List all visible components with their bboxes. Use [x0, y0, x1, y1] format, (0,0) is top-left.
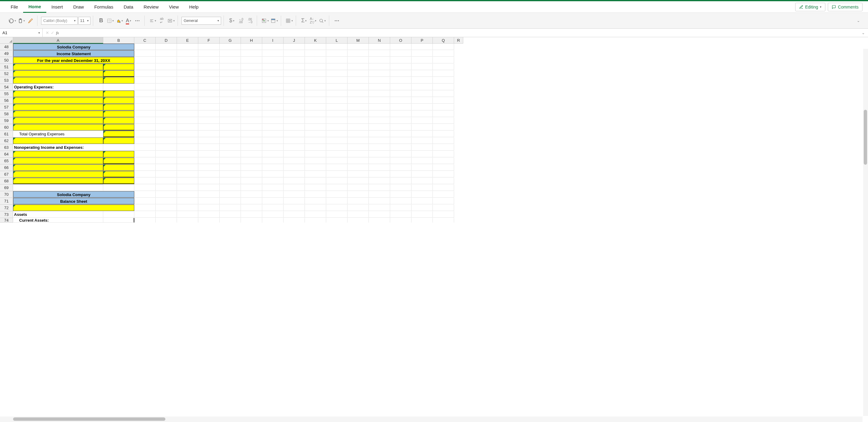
cell[interactable] [390, 131, 411, 137]
cell[interactable] [326, 198, 347, 204]
cell-A66[interactable] [13, 164, 103, 171]
cell[interactable] [411, 50, 433, 57]
cell[interactable] [220, 191, 241, 198]
tab-help[interactable]: Help [184, 1, 204, 12]
cell[interactable] [134, 50, 156, 57]
cell[interactable] [411, 57, 433, 63]
find-button[interactable]: ▾ [318, 17, 327, 25]
cell[interactable] [411, 164, 433, 171]
currency-button[interactable]: $▾ [227, 17, 236, 25]
cell-B74[interactable] [103, 218, 134, 223]
cell[interactable] [262, 191, 283, 198]
cell[interactable] [369, 77, 390, 84]
cell[interactable] [347, 151, 369, 157]
cell[interactable] [390, 64, 411, 70]
cell[interactable] [326, 90, 347, 97]
cell[interactable] [390, 84, 411, 90]
cell[interactable] [220, 185, 241, 191]
cell[interactable] [283, 131, 305, 137]
cell[interactable] [198, 218, 220, 223]
cell[interactable] [177, 171, 198, 177]
cell-A74[interactable]: Current Assets: [13, 218, 103, 223]
cell[interactable] [241, 218, 262, 223]
cell[interactable] [241, 158, 262, 164]
cell[interactable] [134, 185, 156, 191]
cell[interactable] [326, 77, 347, 84]
scrollbar-thumb[interactable] [864, 110, 867, 165]
cell[interactable] [220, 64, 241, 70]
cell[interactable] [134, 117, 156, 124]
cell[interactable] [411, 205, 433, 211]
cell[interactable] [390, 191, 411, 198]
cell[interactable] [305, 77, 326, 84]
cell[interactable] [134, 44, 156, 50]
cell[interactable] [347, 191, 369, 198]
cell[interactable] [433, 218, 454, 223]
cell-B58[interactable] [103, 111, 134, 117]
cell-A55[interactable] [13, 90, 103, 97]
cell[interactable] [156, 84, 177, 90]
cell[interactable] [177, 191, 198, 198]
cell[interactable] [134, 198, 156, 204]
cell[interactable] [156, 90, 177, 97]
cell[interactable] [198, 111, 220, 117]
cell[interactable] [220, 97, 241, 104]
cell[interactable] [220, 124, 241, 131]
cell[interactable] [262, 178, 283, 184]
cell[interactable] [390, 218, 411, 223]
cell[interactable] [262, 104, 283, 110]
cell-B64[interactable] [103, 151, 134, 157]
cell[interactable] [241, 124, 262, 131]
tab-data[interactable]: Data [119, 1, 138, 12]
cell[interactable] [347, 84, 369, 90]
cell[interactable] [347, 111, 369, 117]
cell[interactable] [220, 198, 241, 204]
col-header-G[interactable]: G [220, 37, 241, 44]
cell[interactable] [433, 144, 454, 151]
cell[interactable] [411, 191, 433, 198]
cell[interactable] [326, 211, 347, 218]
cell-A58[interactable] [13, 111, 103, 117]
cell[interactable] [390, 90, 411, 97]
cell-B53[interactable] [103, 77, 134, 84]
cell[interactable] [305, 97, 326, 104]
cell-A62[interactable] [13, 138, 103, 144]
cell-A56[interactable] [13, 97, 103, 104]
cell[interactable] [134, 144, 156, 151]
cell[interactable] [326, 205, 347, 211]
cell[interactable] [198, 84, 220, 90]
cell-A52[interactable] [13, 71, 103, 77]
cell[interactable] [134, 205, 156, 211]
cell[interactable] [156, 64, 177, 70]
cell[interactable] [326, 111, 347, 117]
cancel-formula-icon[interactable]: ✕ [46, 30, 49, 35]
cell[interactable] [134, 171, 156, 177]
cell[interactable] [305, 171, 326, 177]
cell-B69[interactable] [103, 185, 134, 191]
cell[interactable] [156, 185, 177, 191]
cell[interactable] [326, 151, 347, 157]
cell[interactable] [390, 144, 411, 151]
accept-formula-icon[interactable]: ✓ [51, 30, 54, 35]
cell[interactable] [198, 185, 220, 191]
cell[interactable] [156, 97, 177, 104]
cell[interactable] [326, 218, 347, 223]
cell[interactable] [198, 151, 220, 157]
cell[interactable] [134, 77, 156, 84]
cell-A72[interactable] [13, 205, 134, 211]
cell[interactable] [283, 90, 305, 97]
cell[interactable] [177, 84, 198, 90]
cell-A65[interactable] [13, 158, 103, 164]
cell[interactable] [177, 144, 198, 151]
cell[interactable] [390, 77, 411, 84]
cell[interactable] [198, 211, 220, 218]
cell[interactable] [411, 198, 433, 204]
editing-mode-button[interactable]: Editing ▾ [795, 3, 826, 11]
cell[interactable] [177, 117, 198, 124]
format-painter-button[interactable] [26, 17, 35, 25]
cell[interactable] [369, 131, 390, 137]
cell[interactable] [369, 64, 390, 70]
col-header-L[interactable]: L [326, 37, 347, 44]
cell[interactable] [347, 164, 369, 171]
cell[interactable] [156, 218, 177, 223]
